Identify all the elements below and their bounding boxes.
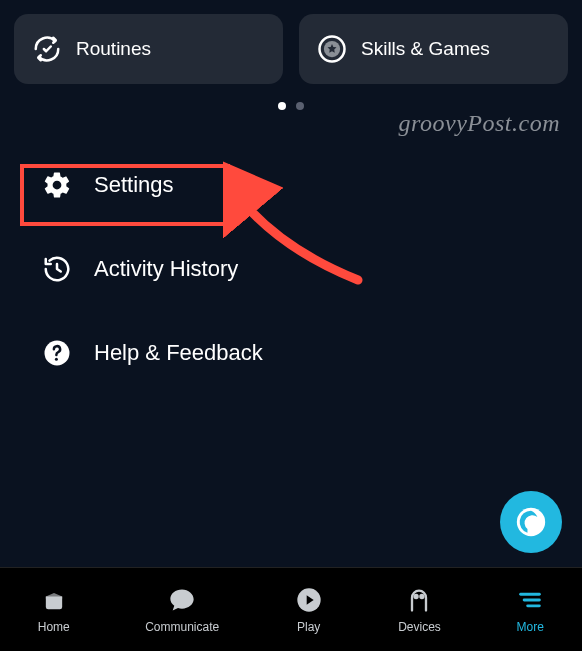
menu-label: Help & Feedback <box>94 340 263 366</box>
nav-label: Home <box>38 620 70 634</box>
svg-point-4 <box>55 358 58 361</box>
menu-item-help-feedback[interactable]: Help & Feedback <box>30 326 269 380</box>
nav-play[interactable]: Play <box>295 586 323 634</box>
nav-label: Devices <box>398 620 441 634</box>
svg-point-2 <box>55 183 59 187</box>
nav-devices[interactable]: Devices <box>398 586 441 634</box>
watermark-text: groovyPost.com <box>399 110 560 137</box>
card-skills-games[interactable]: Skills & Games <box>299 14 568 84</box>
chat-icon <box>168 586 196 614</box>
home-icon <box>40 586 68 614</box>
card-routines[interactable]: Routines <box>14 14 283 84</box>
play-icon <box>295 586 323 614</box>
bottom-nav: Home Communicate Play Devices More <box>0 567 582 651</box>
card-label: Skills & Games <box>361 38 490 60</box>
menu-item-settings[interactable]: Settings <box>30 158 180 212</box>
svg-point-8 <box>421 594 424 597</box>
history-icon <box>42 254 72 284</box>
menu-label: Settings <box>94 172 174 198</box>
dot <box>296 102 304 110</box>
help-icon <box>42 338 72 368</box>
dot-active <box>278 102 286 110</box>
menu-item-activity-history[interactable]: Activity History <box>30 242 244 296</box>
nav-label: More <box>517 620 544 634</box>
routines-icon <box>32 34 62 64</box>
nav-communicate[interactable]: Communicate <box>145 586 219 634</box>
nav-label: Communicate <box>145 620 219 634</box>
menu-label: Activity History <box>94 256 238 282</box>
nav-label: Play <box>297 620 320 634</box>
alexa-icon <box>514 505 548 539</box>
more-icon <box>516 586 544 614</box>
page-indicator <box>0 102 582 110</box>
nav-more[interactable]: More <box>516 586 544 634</box>
gear-icon <box>42 170 72 200</box>
svg-point-7 <box>415 594 418 597</box>
alexa-voice-button[interactable] <box>500 491 562 553</box>
card-label: Routines <box>76 38 151 60</box>
devices-icon <box>405 586 433 614</box>
star-badge-icon <box>317 34 347 64</box>
nav-home[interactable]: Home <box>38 586 70 634</box>
